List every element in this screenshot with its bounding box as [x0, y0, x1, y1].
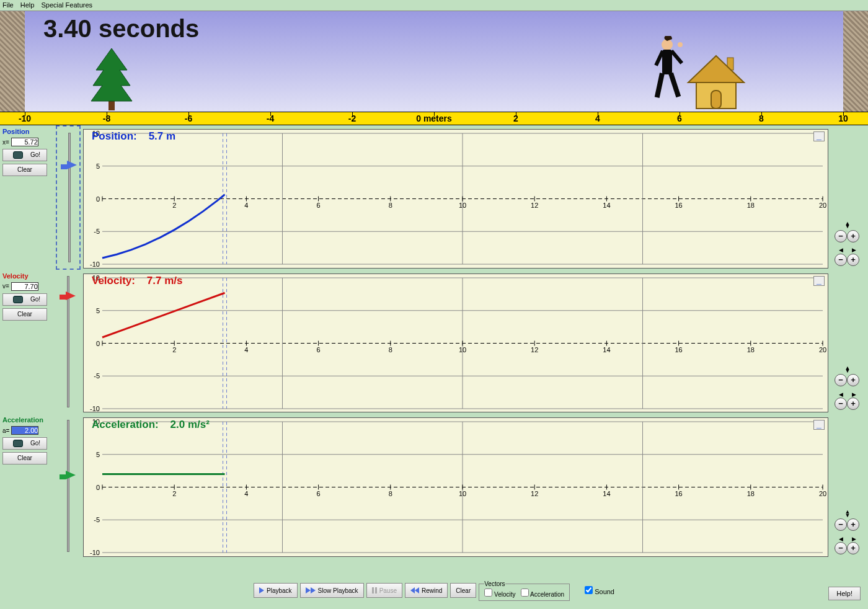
help-button[interactable]: Help!: [828, 587, 861, 600]
position-title: Position: [2, 128, 53, 135]
svg-text:14: 14: [603, 490, 610, 497]
acceleration-chart[interactable]: 1050-5-102468101214161820: [83, 417, 828, 557]
acceleration-zoom-y-out-button[interactable]: −: [835, 518, 847, 531]
acceleration-zoom-y-in-button[interactable]: +: [847, 518, 859, 531]
zoom-arrows-v-icon: ▲▼: [835, 222, 864, 229]
acceleration-go-button[interactable]: Go!: [2, 437, 47, 450]
svg-text:5: 5: [96, 306, 100, 314]
menubar: File Help Special Features: [0, 0, 868, 11]
svg-point-12: [678, 42, 683, 47]
zoom-arrows-v-icon: ▲▼: [835, 367, 864, 373]
sound-checkbox[interactable]: Sound: [585, 586, 614, 595]
acceleration-clear-button[interactable]: Clear: [2, 452, 47, 465]
position-collapse-button[interactable]: _: [813, 131, 825, 141]
acceleration-zoom-x-out-button[interactable]: −: [835, 542, 847, 554]
svg-text:20: 20: [819, 490, 826, 497]
vector-velocity-checkbox[interactable]: Velocity: [484, 591, 515, 598]
menu-special[interactable]: Special Features: [41, 1, 92, 9]
svg-text:20: 20: [819, 345, 826, 353]
slow-playback-button[interactable]: Slow Playback: [300, 583, 364, 598]
position-slider[interactable]: [56, 125, 81, 270]
velocity-chart-reading: 7.7 m/s: [147, 275, 183, 287]
svg-text:10: 10: [459, 202, 466, 209]
velocity-chart[interactable]: 1050-5-102468101214161820: [83, 273, 828, 413]
acceleration-slider[interactable]: [56, 414, 81, 558]
velocity-chart-cell: 1050-5-102468101214161820 Velocity: 7.7 …: [81, 270, 831, 414]
pause-button[interactable]: Pause: [366, 583, 402, 598]
vectors-fieldset: Vectors Velocity Acceleration: [479, 580, 570, 601]
svg-text:10: 10: [459, 345, 466, 353]
svg-text:14: 14: [603, 202, 610, 209]
position-go-button[interactable]: Go!: [2, 149, 47, 161]
svg-text:10: 10: [459, 490, 466, 497]
velocity-slider[interactable]: [56, 270, 81, 414]
rewind-button[interactable]: Rewind: [405, 583, 448, 598]
position-zoom-x-in-button[interactable]: +: [847, 254, 859, 266]
svg-text:16: 16: [675, 202, 682, 209]
walking-man-icon[interactable]: [649, 36, 686, 110]
svg-text:2: 2: [172, 345, 176, 353]
svg-rect-9: [668, 73, 681, 98]
play-icon: [311, 587, 316, 593]
velocity-title: Velocity: [2, 272, 53, 280]
svg-text:-10: -10: [90, 549, 100, 556]
acceleration-var-label: a=: [2, 427, 9, 434]
svg-text:-5: -5: [94, 517, 100, 524]
velocity-control-panel: Velocity v= Go! Clear: [0, 270, 56, 414]
zoom-arrows-h-icon: ◀ ▶: [835, 393, 864, 396]
position-chart-reading: 5.7 m: [149, 130, 175, 142]
svg-text:2: 2: [172, 490, 176, 497]
acceleration-input[interactable]: [11, 426, 38, 435]
play-icon: [306, 587, 311, 593]
svg-text:16: 16: [675, 345, 682, 353]
position-chart[interactable]: 1050-5-102468101214161820: [83, 129, 828, 269]
acceleration-zoom-col: ▲▼ −+ ◀ ▶ −+: [831, 414, 868, 558]
velocity-zoom-y-out-button[interactable]: −: [835, 374, 847, 386]
velocity-clear-button[interactable]: Clear: [2, 308, 47, 321]
tree-icon: [90, 48, 133, 110]
velocity-zoom-x-in-button[interactable]: +: [847, 398, 859, 410]
position-zoom-y-in-button[interactable]: +: [847, 230, 859, 242]
svg-text:-5: -5: [94, 228, 100, 235]
svg-text:8: 8: [389, 490, 392, 497]
acceleration-collapse-button[interactable]: _: [813, 420, 825, 430]
time-display: 3.40 seconds: [43, 15, 199, 43]
wall-right: [843, 11, 868, 112]
position-clear-button[interactable]: Clear: [2, 164, 47, 176]
svg-text:14: 14: [603, 345, 610, 353]
svg-text:6: 6: [317, 490, 321, 497]
play-icon: [259, 587, 264, 593]
velocity-collapse-button[interactable]: _: [813, 276, 825, 286]
position-chart-cell: 1050-5-102468101214161820 Position: 5.7 …: [81, 125, 831, 270]
position-var-label: x=: [2, 139, 9, 146]
svg-text:5: 5: [96, 451, 100, 458]
velocity-zoom-y-in-button[interactable]: +: [847, 374, 859, 386]
position-ruler: -10-8-6-4-20 meters246810: [0, 112, 868, 125]
velocity-go-button[interactable]: Go!: [2, 293, 47, 306]
charts-area: Position x= Go! Clear 1050-5-10246810121…: [0, 125, 868, 558]
position-zoom-x-out-button[interactable]: −: [835, 254, 847, 266]
svg-text:16: 16: [675, 490, 682, 497]
velocity-input[interactable]: [11, 282, 38, 291]
velocity-zoom-col: ▲▼ −+ ◀ ▶ −+: [831, 270, 868, 414]
menu-file[interactable]: File: [2, 1, 14, 9]
playback-button[interactable]: Playback: [254, 583, 298, 598]
svg-text:20: 20: [819, 202, 826, 209]
position-input[interactable]: [11, 138, 38, 146]
position-zoom-y-out-button[interactable]: −: [835, 230, 847, 242]
acceleration-control-panel: Acceleration a= Go! Clear: [0, 414, 56, 558]
svg-text:4: 4: [244, 202, 248, 209]
svg-text:4: 4: [244, 345, 248, 353]
svg-text:-10: -10: [90, 260, 100, 268]
vector-acceleration-checkbox[interactable]: Acceleration: [521, 591, 564, 598]
svg-text:0: 0: [96, 195, 100, 203]
velocity-chart-label: Velocity:: [92, 275, 135, 287]
acceleration-chart-cell: 1050-5-102468101214161820 Acceleration: …: [81, 414, 831, 558]
rewind-icon: [410, 587, 419, 593]
clear-all-button[interactable]: Clear: [450, 583, 476, 598]
acceleration-zoom-x-in-button[interactable]: +: [847, 542, 859, 554]
menu-help[interactable]: Help: [20, 1, 35, 9]
wall-left: [0, 11, 25, 112]
svg-text:0: 0: [96, 484, 100, 491]
velocity-zoom-x-out-button[interactable]: −: [835, 398, 847, 410]
